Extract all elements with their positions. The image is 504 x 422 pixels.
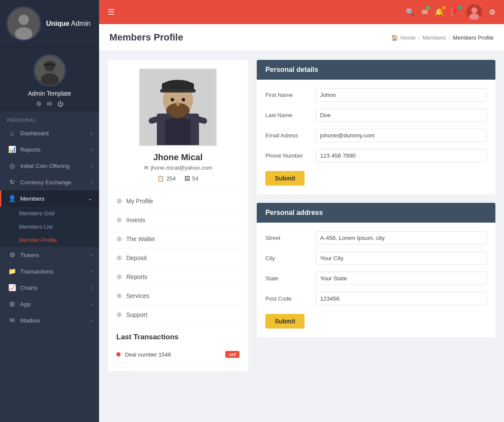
topbar-avatar[interactable]: [467, 4, 482, 20]
svg-point-21: [182, 98, 185, 101]
menu-item-services[interactable]: ⊕ Services: [116, 286, 240, 305]
street-row: Street: [265, 231, 487, 245]
chevron-right-icon: ›: [90, 147, 92, 152]
menu-label: Deposit: [126, 254, 146, 261]
bell-icon[interactable]: 🔔: [435, 8, 444, 17]
email-notification-icon[interactable]: ✉: [422, 8, 428, 17]
sidebar-item-dashboard[interactable]: ⌂ Dashboard ›: [0, 125, 99, 141]
phone-input[interactable]: [315, 149, 487, 162]
sidebar-item-members-grid[interactable]: Members Grid: [0, 207, 99, 220]
menu-label: Support: [126, 311, 147, 318]
tx-badge: sell: [225, 351, 240, 358]
topbar: ☰ 🔍 ✉ 🔔 🚩 ⚙: [99, 0, 504, 24]
chevron-right-icon: ›: [90, 131, 92, 136]
breadcrumb-home-icon: 🏠: [391, 34, 398, 41]
mail-icon[interactable]: ✉: [47, 100, 52, 107]
personal-details-card: Personal details First Name Last Name Em…: [257, 60, 495, 194]
profile-email: ✉ jhone.mical@yahoo.com: [116, 164, 240, 171]
personal-address-body: Street City State Post Code: [257, 223, 495, 337]
svg-point-22: [176, 102, 180, 106]
breadcrumb-parent[interactable]: Members: [423, 34, 446, 41]
menu-item-reports[interactable]: ⊕ Reports: [116, 267, 240, 286]
sidebar-item-label: Tickers: [20, 252, 39, 258]
sidebar-item-members[interactable]: 👤 Members ⌄: [0, 190, 99, 207]
sidebar-item-charts[interactable]: 📈 Charts ›: [0, 279, 99, 296]
svg-point-1: [19, 15, 29, 25]
sidebar-item-label: Charts: [20, 285, 37, 291]
sidebar-item-transactions[interactable]: 📁 Transactions ›: [0, 263, 99, 279]
menu-item-support[interactable]: ⊕ Support: [116, 305, 240, 324]
menu-item-the-wallet[interactable]: ⊕ The Wallet: [116, 230, 240, 248]
breadcrumb-home[interactable]: Home: [401, 34, 416, 41]
svg-point-20: [171, 98, 174, 101]
flag-icon[interactable]: 🚩: [451, 8, 460, 17]
menu-toggle-button[interactable]: ☰: [108, 7, 115, 17]
left-column: Jhone Mical ✉ jhone.mical@yahoo.com 📋 25…: [108, 60, 248, 371]
menu-label: My Profile: [126, 198, 153, 205]
svg-rect-18: [160, 89, 196, 93]
envelope-icon: ✉: [144, 164, 149, 171]
email-row: Email Adress: [265, 129, 487, 142]
personal-details-header: Personal details: [257, 60, 495, 80]
profile-photos-stat: 🖼 54: [184, 175, 198, 182]
email-input[interactable]: [315, 129, 487, 142]
personal-details-submit-button[interactable]: Submit: [265, 171, 305, 186]
city-row: City: [265, 251, 487, 265]
sidebar-item-ico[interactable]: ◎ Initial Coin Offering ›: [0, 158, 99, 174]
page-title: Members Profile: [109, 32, 183, 43]
street-input[interactable]: [315, 231, 487, 245]
gear-icon[interactable]: ⚙: [489, 8, 495, 17]
menu-item-deposit[interactable]: ⊕ Deposit: [116, 248, 240, 267]
sidebar-item-members-list[interactable]: Members List: [0, 220, 99, 233]
postcode-input[interactable]: [315, 292, 487, 305]
menu-item-invests[interactable]: ⊕ Invests: [116, 211, 240, 230]
content-area: Jhone Mical ✉ jhone.mical@yahoo.com 📋 25…: [99, 51, 504, 422]
first-name-input[interactable]: [315, 88, 487, 102]
search-icon[interactable]: 🔍: [406, 8, 415, 17]
personal-address-header: Personal address: [257, 203, 495, 223]
circle-plus-icon: ⊕: [116, 216, 122, 224]
state-input[interactable]: [315, 272, 487, 285]
breadcrumb-current: Members Profile: [453, 34, 494, 41]
profile-photo-container: [116, 68, 240, 146]
photos-icon: 🖼: [184, 175, 190, 182]
sidebar-user-section: Admin Template ⚙ ✉ ⏻: [0, 48, 99, 112]
menu-label: The Wallet: [126, 236, 155, 242]
sidebar-item-currency[interactable]: ↻ Currency Exchange ›: [0, 174, 99, 190]
menu-label: Invests: [126, 217, 145, 223]
app-icon: ⊞: [8, 300, 16, 308]
last-transactions-title: Last Transactions: [116, 333, 240, 341]
sidebar-brand-name: Unique Admin: [46, 20, 90, 28]
menu-item-my-profile[interactable]: ⊕ My Profile: [116, 192, 240, 211]
power-icon[interactable]: ⏻: [57, 100, 63, 107]
sidebar-item-member-profile[interactable]: Member Profile: [0, 233, 99, 247]
postcode-label: Post Code: [265, 292, 308, 302]
email-badge: [426, 6, 429, 9]
members-icon: 👤: [8, 195, 16, 202]
sidebar-item-label: Members: [20, 195, 44, 202]
breadcrumb-sep2: ›: [448, 34, 450, 41]
svg-rect-7: [44, 64, 56, 65]
profile-photo: [139, 68, 217, 146]
city-input[interactable]: [315, 251, 487, 265]
street-label: Street: [265, 231, 308, 241]
sidebar-item-mailbox[interactable]: ✉ Mailbox ›: [0, 312, 99, 329]
last-name-input[interactable]: [315, 109, 487, 122]
personal-address-submit-button[interactable]: Submit: [265, 314, 305, 329]
reports-icon: 📊: [8, 146, 16, 153]
bell-badge: [442, 6, 445, 9]
members-submenu: Members Grid Members List Member Profile: [0, 207, 99, 247]
tx-dot-icon: [116, 352, 121, 357]
home-icon: ⌂: [8, 130, 16, 137]
sidebar-item-tickers[interactable]: ⚙ Tickers ›: [0, 247, 99, 263]
sidebar-item-app[interactable]: ⊞ App ›: [0, 296, 99, 312]
settings-icon[interactable]: ⚙: [36, 100, 42, 107]
chevron-right-icon: ›: [90, 269, 92, 274]
chevron-right-icon: ›: [90, 301, 92, 307]
posts-icon: 📋: [157, 175, 164, 182]
sidebar-item-label: Dashboard: [20, 130, 49, 137]
main-wrapper: ☰ 🔍 ✉ 🔔 🚩 ⚙ Members Profile 🏠 Ho: [99, 0, 504, 422]
circle-plus-icon: ⊕: [116, 197, 122, 205]
sidebar-item-reports[interactable]: 📊 Reports ›: [0, 141, 99, 158]
sidebar-user-icons: ⚙ ✉ ⏻: [36, 100, 63, 107]
